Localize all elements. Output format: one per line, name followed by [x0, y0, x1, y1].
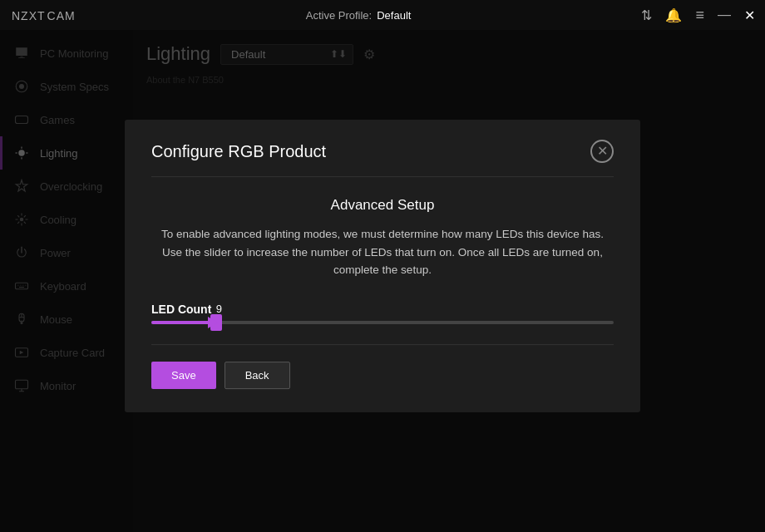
arrow-indicator	[166, 317, 218, 328]
app-logo: NZXTCAM	[10, 7, 76, 24]
back-button[interactable]: Back	[225, 362, 290, 389]
led-count-value: 9	[216, 303, 222, 315]
section-title: Advanced Setup	[151, 197, 614, 214]
modal-title: Configure RGB Product	[151, 142, 326, 161]
titlebar: NZXTCAM Active Profile: Default ⇅ 🔔 ≡ — …	[0, 0, 765, 30]
section-description: To enable advanced lighting modes, we mu…	[151, 225, 614, 279]
active-profile-display: Active Profile: Default	[306, 9, 412, 22]
close-button[interactable]: ✕	[744, 7, 755, 23]
configure-rgb-modal: Configure RGB Product ✕ Advanced Setup T…	[125, 120, 640, 412]
app-logo-nzxt: NZXT	[12, 9, 46, 22]
modal-close-button[interactable]: ✕	[590, 140, 614, 163]
save-button[interactable]: Save	[151, 362, 216, 389]
sort-icon[interactable]: ⇅	[641, 7, 652, 23]
bell-icon[interactable]: 🔔	[665, 7, 682, 23]
arrow-shaft	[166, 321, 208, 323]
modal-actions: Save Back	[151, 362, 614, 389]
led-count-section: LED Count 9	[151, 303, 614, 324]
led-slider-track	[151, 321, 614, 324]
arrow-head	[208, 317, 218, 328]
modal-header: Configure RGB Product ✕	[151, 140, 614, 177]
minimize-button[interactable]: —	[718, 7, 731, 22]
window-controls: ⇅ 🔔 ≡ — ✕	[641, 7, 755, 24]
modal-divider	[151, 344, 614, 345]
app-logo-cam: CAM	[47, 9, 76, 22]
led-slider-row: 9	[151, 321, 614, 324]
active-profile-label: Active Profile:	[306, 9, 372, 22]
active-profile-value: Default	[377, 9, 411, 22]
menu-icon[interactable]: ≡	[695, 7, 704, 24]
